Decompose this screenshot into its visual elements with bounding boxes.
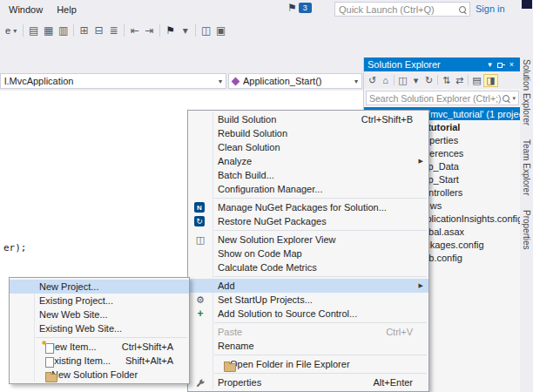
window-control-icon[interactable] [522, 0, 532, 9]
menu-item-label: Calculate Code Metrics [218, 262, 317, 273]
menu-item-label: New Item... [48, 341, 97, 352]
layout-grid-icon[interactable]: ▦ [41, 24, 56, 37]
layout-columns-icon[interactable]: ▥ [56, 24, 71, 37]
chevron-down-icon: ▾ [13, 27, 17, 35]
solution-folder-icon [45, 374, 57, 382]
refresh-icon[interactable]: ↻ [422, 75, 435, 86]
chevron-down-icon: ▾ [512, 95, 516, 102]
submenu-item-new-project[interactable]: New Project... [10, 280, 189, 294]
close-icon[interactable]: × [506, 60, 517, 69]
menu-window[interactable]: Window [2, 3, 50, 17]
menu-separator [36, 337, 187, 338]
chevron-down-icon: ▾ [219, 78, 222, 85]
menu-item-label: Manage NuGet Packages for Solution... [218, 202, 387, 213]
menu-item-set-startup-projects[interactable]: Set StartUp Projects... [188, 293, 428, 307]
toolbar-separator [468, 75, 469, 85]
menu-item-label: Rename [218, 341, 254, 351]
home-icon[interactable]: ⌂ [379, 75, 392, 85]
submenu-arrow-icon [419, 154, 423, 168]
menu-item-paste: PasteCtrl+V [188, 325, 428, 339]
submenu-item-new-item[interactable]: New Item...Ctrl+Shift+A [10, 340, 189, 354]
remove-panel-icon[interactable]: ⊟ [91, 24, 106, 37]
menu-item-open-folder-in-file-explorer[interactable]: Open Folder in File Explorer [188, 357, 428, 371]
solution-explorer-header[interactable]: Solution Explorer ▾ × [364, 57, 521, 71]
menu-item-label: Build Solution [218, 114, 276, 125]
folder-icon [224, 363, 236, 372]
tree-item-label: ApplicationInsights.config [415, 213, 521, 224]
menu-item-label: Analyze [218, 156, 252, 166]
tab-team-explorer[interactable]: Team Explorer [522, 139, 531, 195]
filter-dropdown-icon[interactable]: ▾ [409, 75, 422, 86]
solution-explorer-search-input[interactable]: Search Solution Explorer (Ctrl+;) ▾ [366, 91, 519, 105]
menu-item-restore-nuget-packages[interactable]: Restore NuGet Packages [188, 214, 428, 228]
layout-rows-icon[interactable]: ▤ [26, 24, 41, 37]
menu-item-label: Batch Build... [218, 170, 274, 180]
side-tab-strip: Solution Explorer Team Explorer Properti… [520, 57, 533, 392]
add-panel-icon[interactable]: ⊞ [77, 24, 91, 37]
menu-item-calculate-code-metrics[interactable]: Calculate Code Metrics [188, 260, 428, 274]
toolbar-dropdown[interactable]: e ▾ [2, 24, 20, 37]
menu-item-add-solution-to-source-control[interactable]: Add Solution to Source Control... [188, 307, 428, 321]
menu-item-label: New Solution Folder [51, 369, 138, 380]
menu-item-label: Rebuild Solution [218, 128, 287, 139]
menu-item-new-solution-explorer-view[interactable]: New Solution Explorer View [188, 233, 428, 247]
menu-separator [214, 276, 427, 277]
focus-icon[interactable]: ▣ [213, 24, 228, 37]
tab-solution-explorer[interactable]: Solution Explorer [522, 59, 531, 125]
menu-item-label: Existing Project... [39, 295, 113, 306]
nuget-restore-icon [194, 216, 205, 226]
toolbar-separator [159, 24, 160, 37]
code-fragment: er); [3, 242, 27, 253]
method-icon [232, 77, 240, 85]
gear-icon [194, 294, 206, 305]
outdent-icon[interactable]: ⇤ [127, 24, 142, 37]
menu-item-rebuild-solution[interactable]: Rebuild Solution [188, 126, 428, 140]
indent-icon[interactable]: ⇥ [142, 24, 157, 37]
menu-item-add[interactable]: Add [188, 279, 428, 293]
collapse-all-icon[interactable]: ⇅ [440, 75, 453, 86]
bookmark-icon[interactable]: ⚑ [163, 24, 178, 37]
quick-launch-input[interactable]: Quick Launch (Ctrl+Q) [334, 2, 470, 17]
add-submenu: New Project...Existing Project...New Web… [9, 277, 190, 384]
menu-help[interactable]: Help [50, 3, 84, 17]
sign-in-link[interactable]: Sign in [476, 3, 505, 14]
menu-item-label: Open Folder in File Explorer [230, 359, 350, 369]
existing-item-icon [45, 357, 54, 368]
notifications-button[interactable]: ⚑ 3 [287, 2, 312, 14]
type-dropdown[interactable]: l.MvcApplication ▾ [0, 73, 226, 89]
menu-item-configuration-manager[interactable]: Configuration Manager... [188, 182, 428, 196]
pin-icon[interactable] [496, 60, 506, 69]
menu-item-properties[interactable]: PropertiesAlt+Enter [188, 375, 428, 389]
bookmark-menu-icon[interactable]: ▾ [178, 24, 192, 37]
submenu-item-new-solution-folder[interactable]: New Solution Folder [10, 368, 189, 382]
back-forward-icon[interactable]: ↺ [366, 75, 379, 86]
search-placeholder: Search Solution Explorer (Ctrl+;) [369, 93, 503, 104]
menu-item-show-on-code-map[interactable]: Show on Code Map [188, 247, 428, 260]
source-control-icon [194, 308, 206, 319]
submenu-arrow-icon [419, 279, 423, 293]
menu-item-clean-solution[interactable]: Clean Solution [188, 140, 428, 154]
menu-item-build-solution[interactable]: Build SolutionCtrl+Shift+B [188, 112, 428, 126]
menu-item-analyze[interactable]: Analyze [188, 154, 428, 168]
split-window-icon[interactable]: ◫ [199, 24, 213, 37]
menu-item-rename[interactable]: Rename [188, 339, 428, 353]
menu-item-label: Configuration Manager... [218, 184, 322, 194]
tab-properties[interactable]: Properties [522, 210, 531, 250]
switch-views-icon[interactable]: ◫ [396, 75, 409, 86]
list-members-icon[interactable]: ≣ [106, 24, 121, 37]
preview-selected-icon[interactable]: ◨ [483, 74, 498, 87]
menu-bar: Window Help [2, 3, 84, 17]
window-position-icon[interactable]: ▾ [484, 60, 496, 69]
toolbar-separator [23, 24, 24, 37]
menu-item-manage-nuget-packages-for-solution[interactable]: Manage NuGet Packages for Solution... [188, 200, 428, 214]
show-all-files-icon[interactable]: ▤ [470, 75, 483, 86]
submenu-item-existing-project[interactable]: Existing Project... [10, 294, 189, 308]
menu-item-label: Show on Code Map [218, 248, 302, 259]
sync-active-document-icon[interactable]: ⇄ [453, 75, 466, 86]
submenu-item-existing-web-site[interactable]: Existing Web Site... [10, 321, 189, 335]
submenu-item-existing-item[interactable]: Existing Item...Shift+Alt+A [10, 354, 189, 368]
submenu-item-new-web-site[interactable]: New Web Site... [10, 308, 189, 321]
member-dropdown[interactable]: Application_Start() ▾ [228, 73, 362, 89]
nuget-icon [194, 202, 205, 213]
menu-item-batch-build[interactable]: Batch Build... [188, 168, 428, 182]
